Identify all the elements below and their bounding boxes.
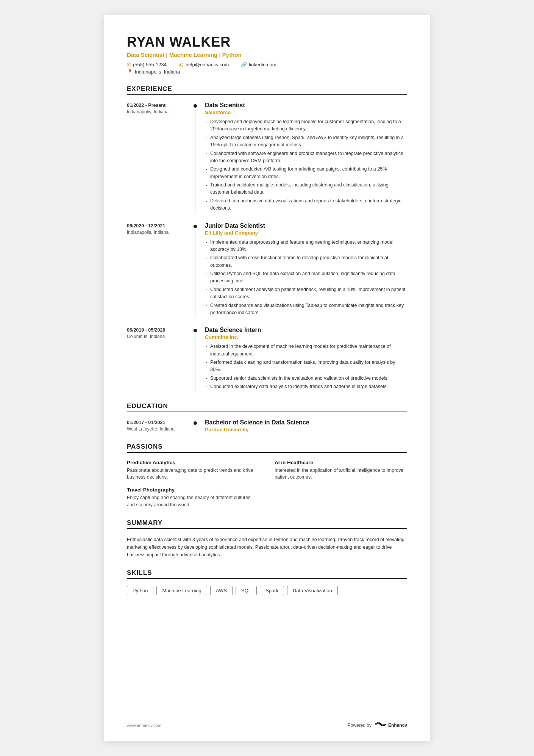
- exp-content-1: Data Scientist Salesforce Developed and …: [199, 102, 407, 213]
- bullet-3-2: Supported senior data scientists in the …: [205, 375, 407, 382]
- location-icon: 📍: [127, 69, 133, 75]
- footer-brand: Powered by Enhancv: [348, 721, 407, 729]
- exp-bullets-3: Assisted in the development of machine l…: [205, 343, 407, 390]
- exp-location-2: Indianapolis, Indiana: [127, 230, 191, 235]
- summary-title: SUMMARY: [127, 519, 407, 529]
- bullet-2-0: Implemented data preprocessing and featu…: [205, 239, 407, 254]
- candidate-title: Data Scientist | Machine Learning | Pyth…: [127, 52, 407, 58]
- city-value: Indianapolis, Indiana: [135, 69, 180, 75]
- exp-left-1: 01/2022 - Present Indianapolis, Indiana: [127, 102, 191, 213]
- email-value: help@enhancv.com: [186, 62, 229, 67]
- edu-content-1: Bachelor of Science in Data Science Purd…: [199, 419, 407, 432]
- exp-dot-2: [194, 225, 197, 228]
- exp-left-2: 06/2020 - 12/2021 Indianapolis, Indiana: [127, 222, 191, 318]
- exp-date-2: 06/2020 - 12/2021: [127, 223, 191, 229]
- passions-title: PASSIONS: [127, 443, 407, 453]
- passion-desc-1: Interested in the application of artific…: [275, 467, 407, 481]
- exp-location-3: Columbus, Indiana: [127, 334, 191, 339]
- passion-title-0: Predictive Analytics: [127, 460, 259, 465]
- bullet-3-1: Performed data cleaning and transformati…: [205, 359, 407, 374]
- bullet-1-3: Designed and conducted A/B testing for m…: [205, 166, 407, 180]
- phone-icon: ✆: [127, 62, 131, 67]
- exp-line-2: [195, 230, 195, 318]
- bullet-2-4: Created dashboards and visualizations us…: [205, 302, 407, 317]
- email-item: @ help@enhancv.com: [179, 62, 229, 67]
- edu-date-1: 01/2017 - 01/2021: [127, 420, 191, 425]
- experience-item-2: 06/2020 - 12/2021 Indianapolis, Indiana …: [127, 222, 407, 318]
- edu-location-1: West Lafayette, Indiana: [127, 426, 191, 432]
- skill-1: Machine Learning: [156, 586, 207, 595]
- exp-company-3: Cummins Inc.: [205, 334, 407, 340]
- edu-dot-1: [194, 421, 197, 425]
- skills-section: SKILLS Python Machine Learning AWS SQL S…: [127, 569, 407, 595]
- email-icon: @: [179, 62, 184, 67]
- education-item-1: 01/2017 - 01/2021 West Lafayette, Indian…: [127, 419, 407, 432]
- skill-5: Data Visualization: [287, 586, 338, 595]
- exp-divider-3: [191, 327, 199, 391]
- summary-text: Enthusiastic data scientist with 3 years…: [127, 536, 407, 559]
- exp-bullets-2: Implemented data preprocessing and featu…: [205, 239, 407, 317]
- passions-section: PASSIONS Predictive Analytics Passionate…: [127, 443, 407, 509]
- edu-degree-1: Bachelor of Science in Data Science: [205, 419, 407, 426]
- exp-content-3: Data Science Intern Cummins Inc. Assiste…: [199, 327, 407, 391]
- powered-by-label: Powered by: [348, 723, 372, 728]
- passion-item-2: Travel Photography Enjoy capturing and s…: [127, 487, 259, 509]
- experience-section: EXPERIENCE 01/2022 - Present Indianapoli…: [127, 85, 407, 392]
- skills-list: Python Machine Learning AWS SQL Spark Da…: [127, 586, 407, 595]
- edu-left-1: 01/2017 - 01/2021 West Lafayette, Indian…: [127, 419, 191, 432]
- bullet-3-0: Assisted in the development of machine l…: [205, 343, 407, 358]
- bullet-1-0: Developed and deployed machine learning …: [205, 118, 407, 133]
- enhancv-brand-name: Enhancv: [388, 723, 407, 728]
- footer-website: www.enhancv.com: [127, 723, 161, 728]
- passions-grid: Predictive Analytics Passionate about le…: [127, 460, 407, 509]
- exp-date-3: 06/2019 - 05/2020: [127, 327, 191, 333]
- skill-2: AWS: [210, 586, 233, 595]
- contact-row: ✆ (555) 555-1234 @ help@enhancv.com 🔗 li…: [127, 62, 407, 67]
- passion-desc-0: Passionate about leveraging data to pred…: [127, 467, 259, 481]
- phone-item: ✆ (555) 555-1234: [127, 62, 167, 67]
- link-icon: 🔗: [241, 62, 247, 67]
- resume-page: RYAN WALKER Data Scientist | Machine Lea…: [104, 15, 430, 741]
- exp-dot-1: [194, 104, 197, 108]
- exp-role-3: Data Science Intern: [205, 327, 407, 333]
- address-row: 📍 Indianapolis, Indiana: [127, 69, 407, 75]
- exp-line-3: [195, 334, 195, 391]
- exp-divider-1: [191, 102, 199, 213]
- exp-dot-3: [194, 329, 197, 332]
- passion-item-0: Predictive Analytics Passionate about le…: [127, 460, 259, 481]
- exp-bullets-1: Developed and deployed machine learning …: [205, 118, 407, 212]
- passion-item-1: AI in Healthcare Interested in the appli…: [275, 460, 407, 481]
- footer: www.enhancv.com Powered by Enhancv: [127, 721, 407, 729]
- exp-line-1: [195, 109, 195, 213]
- experience-title: EXPERIENCE: [127, 85, 407, 95]
- header-section: RYAN WALKER Data Scientist | Machine Lea…: [127, 34, 407, 75]
- passion-desc-2: Enjoy capturing and sharing the beauty o…: [127, 494, 259, 509]
- exp-role-2: Junior Data Scientist: [205, 222, 407, 229]
- education-title: EDUCATION: [127, 402, 407, 412]
- exp-date-1: 01/2022 - Present: [127, 103, 191, 108]
- exp-company-1: Salesforce: [205, 110, 407, 115]
- enhancv-icon: [375, 721, 387, 729]
- bullet-2-3: Conducted sentiment analysis on patient …: [205, 286, 407, 301]
- skill-0: Python: [127, 586, 153, 595]
- linkedin-value: linkedin.com: [249, 62, 276, 67]
- phone-value: (555) 555-1234: [133, 62, 167, 67]
- exp-divider-2: [191, 222, 199, 318]
- edu-school-1: Purdue University: [205, 427, 407, 432]
- experience-item-3: 06/2019 - 05/2020 Columbus, Indiana Data…: [127, 327, 407, 391]
- enhancv-logo: Enhancv: [375, 721, 407, 729]
- bullet-1-4: Trained and validated multiple models, i…: [205, 182, 407, 196]
- summary-section: SUMMARY Enthusiastic data scientist with…: [127, 519, 407, 559]
- passion-title-2: Travel Photography: [127, 487, 259, 493]
- edu-divider-1: [191, 419, 199, 432]
- exp-location-1: Indianapolis, Indiana: [127, 109, 191, 114]
- skills-title: SKILLS: [127, 569, 407, 579]
- linkedin-item[interactable]: 🔗 linkedin.com: [241, 62, 276, 67]
- passion-title-1: AI in Healthcare: [275, 460, 407, 465]
- skill-3: SQL: [236, 586, 257, 595]
- bullet-2-2: Utilized Python and SQL for data extract…: [205, 270, 407, 285]
- bullet-2-1: Collaborated with cross-functional teams…: [205, 254, 407, 269]
- exp-content-2: Junior Data Scientist Eli Lilly and Comp…: [199, 222, 407, 318]
- exp-company-2: Eli Lilly and Company: [205, 230, 407, 236]
- education-section: EDUCATION 01/2017 - 01/2021 West Lafayet…: [127, 402, 407, 432]
